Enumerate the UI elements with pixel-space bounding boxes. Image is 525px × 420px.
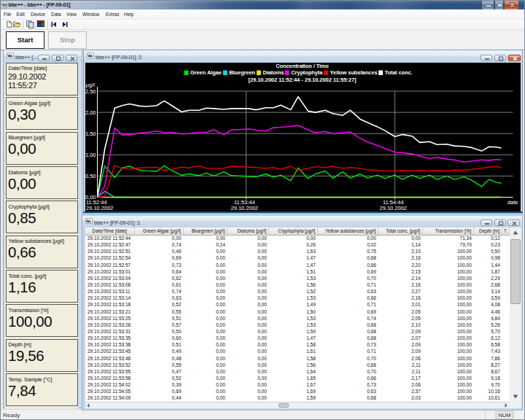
svg-text:[29.10.2002 11:52:44 - 29.10.2: [29.10.2002 11:52:44 - 29.10.2002 11:55:…	[249, 77, 357, 83]
svg-text:2,50: 2,50	[85, 88, 96, 95]
svg-text:Green Algae: Green Algae	[190, 69, 222, 76]
svg-text:date: date	[508, 199, 518, 206]
svg-text:0,50: 0,50	[85, 173, 96, 179]
svg-text:Diatoms: Diatoms	[262, 69, 284, 76]
svg-text:Yellow substances: Yellow substances	[330, 69, 378, 76]
svg-text:1,00: 1,00	[85, 152, 96, 158]
svg-text:29.10.2002: 29.10.2002	[86, 205, 114, 211]
svg-text:Cryptophyta: Cryptophyta	[291, 69, 323, 76]
svg-text:2,00: 2,00	[85, 109, 96, 116]
svg-text:Bluegreen: Bluegreen	[229, 69, 255, 76]
svg-text:29.10.2002: 29.10.2002	[231, 205, 259, 211]
svg-text:Concentration / Time: Concentration / Time	[276, 63, 328, 69]
svg-text:29.10.2002: 29.10.2002	[380, 205, 408, 211]
svg-text:1,50: 1,50	[85, 131, 96, 137]
svg-text:Total conc.: Total conc.	[385, 69, 413, 76]
